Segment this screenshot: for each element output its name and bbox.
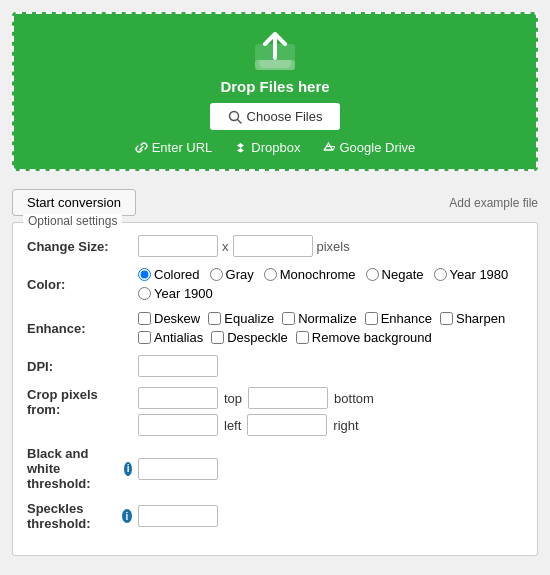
enhance-row: Enhance: Deskew Equalize Normalize Enhan… — [27, 311, 523, 345]
upload-dropzone[interactable]: Drop Files here Choose Files Enter URL D… — [12, 12, 538, 171]
enhance-sharpen-option[interactable]: Sharpen — [440, 311, 505, 326]
color-radio-group: Colored Gray Monochrome Negate Year 1980 — [138, 267, 523, 301]
color-negate-option[interactable]: Negate — [366, 267, 424, 282]
crop-left-row: left right — [138, 414, 374, 436]
enhance-despeckle-option[interactable]: Despeckle — [211, 330, 288, 345]
enhance-label: Enhance: — [27, 321, 132, 336]
top-label: top — [224, 391, 242, 406]
crop-section: top bottom left right — [138, 387, 374, 436]
speckles-threshold-content — [138, 505, 218, 527]
enhance-deskew-option[interactable]: Deskew — [138, 311, 200, 326]
settings-legend: Optional settings — [23, 214, 122, 228]
bw-info-icon[interactable]: i — [124, 462, 132, 476]
upload-links: Enter URL Dropbox Google Drive — [24, 140, 526, 155]
x-separator: x — [222, 239, 229, 254]
enhance-options: Deskew Equalize Normalize Enhance Sharpe… — [138, 311, 523, 345]
color-row: Color: Colored Gray Monochrome Negate — [27, 267, 523, 301]
search-icon — [228, 110, 242, 124]
crop-label: Crop pixels from: — [27, 387, 132, 417]
google-drive-link[interactable]: Google Drive — [322, 140, 415, 155]
color-year1900-radio[interactable] — [138, 287, 151, 300]
drop-text: Drop Files here — [24, 78, 526, 95]
speckles-info-icon[interactable]: i — [122, 509, 132, 523]
start-conversion-button[interactable]: Start conversion — [12, 189, 136, 216]
crop-top-row: top bottom — [138, 387, 374, 409]
dropbox-icon — [234, 141, 247, 154]
color-negate-radio[interactable] — [366, 268, 379, 281]
add-example-link[interactable]: Add example file — [449, 196, 538, 210]
dpi-label: DPI: — [27, 359, 132, 374]
crop-content: top bottom left right — [138, 387, 374, 436]
upload-icon — [251, 32, 299, 72]
enhance-despeckle-checkbox[interactable] — [211, 331, 224, 344]
change-size-content: x pixels — [138, 235, 350, 257]
color-gray-option[interactable]: Gray — [210, 267, 254, 282]
enter-url-link[interactable]: Enter URL — [135, 140, 213, 155]
change-size-label: Change Size: — [27, 239, 132, 254]
enhance-remove-bg-checkbox[interactable] — [296, 331, 309, 344]
speckles-threshold-row: Speckles threshold: i — [27, 501, 523, 531]
settings-panel: Optional settings Change Size: x pixels … — [12, 222, 538, 556]
enhance-equalize-checkbox[interactable] — [208, 312, 221, 325]
crop-left-input[interactable] — [138, 414, 218, 436]
google-drive-icon — [322, 141, 335, 154]
color-gray-radio[interactable] — [210, 268, 223, 281]
left-label: left — [224, 418, 241, 433]
crop-row: Crop pixels from: top bottom left right — [27, 387, 523, 436]
svg-line-3 — [237, 119, 241, 123]
crop-right-input[interactable] — [247, 414, 327, 436]
bottom-label: bottom — [334, 391, 374, 406]
width-input[interactable] — [138, 235, 218, 257]
bw-threshold-label: Black and white threshold: i — [27, 446, 132, 491]
enhance-enhance-checkbox[interactable] — [365, 312, 378, 325]
enhance-deskew-checkbox[interactable] — [138, 312, 151, 325]
color-colored-radio[interactable] — [138, 268, 151, 281]
enhance-antialias-option[interactable]: Antialias — [138, 330, 203, 345]
bw-threshold-row: Black and white threshold: i — [27, 446, 523, 491]
dpi-row: DPI: — [27, 355, 523, 377]
enhance-normalize-checkbox[interactable] — [282, 312, 295, 325]
speckles-threshold-input[interactable] — [138, 505, 218, 527]
speckles-threshold-label: Speckles threshold: i — [27, 501, 132, 531]
dpi-content — [138, 355, 218, 377]
height-input[interactable] — [233, 235, 313, 257]
enhance-normalize-option[interactable]: Normalize — [282, 311, 357, 326]
color-year1980-radio[interactable] — [434, 268, 447, 281]
choose-files-button[interactable]: Choose Files — [210, 103, 341, 130]
enhance-equalize-option[interactable]: Equalize — [208, 311, 274, 326]
change-size-row: Change Size: x pixels — [27, 235, 523, 257]
bw-threshold-input[interactable] — [138, 458, 218, 480]
color-monochrome-radio[interactable] — [264, 268, 277, 281]
color-monochrome-option[interactable]: Monochrome — [264, 267, 356, 282]
link-icon — [135, 141, 148, 154]
dropbox-link[interactable]: Dropbox — [234, 140, 300, 155]
crop-top-input[interactable] — [138, 387, 218, 409]
color-year1900-option[interactable]: Year 1900 — [138, 286, 213, 301]
right-label: right — [333, 418, 358, 433]
color-label: Color: — [27, 277, 132, 292]
enhance-antialias-checkbox[interactable] — [138, 331, 151, 344]
color-options: Colored Gray Monochrome Negate Year 1980 — [138, 267, 523, 301]
enhance-check-group: Deskew Equalize Normalize Enhance Sharpe… — [138, 311, 523, 345]
color-colored-option[interactable]: Colored — [138, 267, 200, 282]
crop-bottom-input[interactable] — [248, 387, 328, 409]
dpi-input[interactable] — [138, 355, 218, 377]
bw-threshold-content — [138, 458, 218, 480]
color-year1980-option[interactable]: Year 1980 — [434, 267, 509, 282]
enhance-remove-bg-option[interactable]: Remove background — [296, 330, 432, 345]
pixels-label: pixels — [317, 239, 350, 254]
enhance-sharpen-checkbox[interactable] — [440, 312, 453, 325]
enhance-enhance-option[interactable]: Enhance — [365, 311, 432, 326]
